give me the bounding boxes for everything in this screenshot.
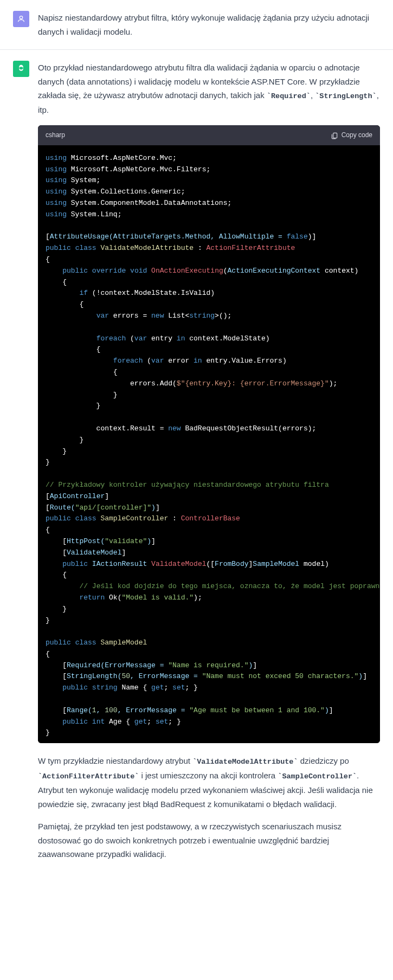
clipboard-icon	[331, 132, 338, 139]
openai-icon	[16, 64, 26, 74]
svg-rect-1	[333, 133, 337, 138]
code-language: csharp	[46, 130, 65, 140]
code-block: csharp Copy code using Microsoft.AspNetC…	[38, 125, 380, 743]
assistant-message: Oto przykład niestandardowego atrybutu f…	[0, 50, 393, 881]
user-message: Napisz niestandardowy atrybut filtra, kt…	[0, 0, 393, 50]
user-avatar	[13, 11, 29, 27]
inline-code: `SampleController`	[278, 772, 357, 781]
assistant-avatar	[13, 61, 29, 77]
assistant-outro-2: Pamiętaj, że przykład ten jest podstawow…	[38, 820, 380, 861]
inline-code: `Required`	[267, 92, 311, 100]
assistant-outro-1: W tym przykładzie niestandardowy atrybut…	[38, 754, 380, 811]
svg-point-0	[20, 16, 22, 19]
inline-code: `StringLength`	[315, 92, 376, 100]
inline-code: `ValidateModelAttribute`	[192, 758, 298, 766]
code-header: csharp Copy code	[38, 125, 380, 145]
code-content[interactable]: using Microsoft.AspNetCore.Mvc; using Mi…	[38, 145, 380, 743]
copy-code-button[interactable]: Copy code	[331, 130, 372, 140]
assistant-intro: Oto przykład niestandardowego atrybutu f…	[38, 61, 380, 117]
inline-code: `ActionFilterAttribute`	[38, 772, 139, 781]
person-icon	[17, 15, 25, 23]
user-message-text: Napisz niestandardowy atrybut filtra, kt…	[38, 11, 380, 38]
